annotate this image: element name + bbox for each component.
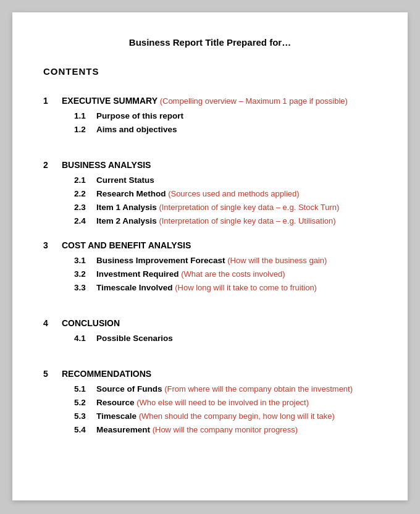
section-title-bold-3: COST AND BENEFIT ANALYSIS bbox=[62, 240, 191, 250]
section-title-bold-2: BUSINESS ANALYSIS bbox=[62, 160, 151, 170]
sub-note-5.2: (Who else will need to be involved in th… bbox=[135, 398, 309, 407]
sub-item-row-5.1: 5.1Source of Funds (From where will the … bbox=[62, 383, 377, 394]
section-title-text-4: CONCLUSION bbox=[62, 318, 120, 329]
section-4: 4CONCLUSION4.1Possible Scenarios bbox=[43, 318, 377, 343]
section-number-2: 2 bbox=[43, 160, 62, 170]
sub-note-2.3: (Interpretation of single key data – e.g… bbox=[157, 203, 340, 212]
section-title-row-3: 3COST AND BENEFIT ANALYSIS bbox=[43, 240, 377, 251]
spacer-after-4 bbox=[43, 357, 377, 368]
sub-title-wrap-1.2: Aims and objectives bbox=[96, 124, 177, 135]
sub-title-5.3: Timescale bbox=[96, 411, 136, 421]
document-page: Business Report Title Prepared for… CONT… bbox=[12, 12, 408, 500]
section-title-row-2: 2BUSINESS ANALYSIS bbox=[43, 159, 377, 171]
section-1: 1EXECUTIVE SUMMARY (Compelling overview … bbox=[43, 95, 377, 135]
sub-item-row-3.1: 3.1Business Improvement Forecast (How wi… bbox=[62, 255, 377, 266]
section-title-text-1: EXECUTIVE SUMMARY (Compelling overview –… bbox=[62, 95, 348, 106]
sub-number-4.1: 4.1 bbox=[74, 334, 96, 343]
sub-number-2.4: 2.4 bbox=[74, 216, 96, 225]
sub-title-2.1: Current Status bbox=[96, 175, 154, 185]
sub-title-2.3: Item 1 Analysis bbox=[96, 203, 157, 212]
sub-title-wrap-1.1: Purpose of this report bbox=[96, 110, 183, 121]
sub-items-1: 1.1Purpose of this report1.2Aims and obj… bbox=[43, 110, 377, 135]
sub-title-wrap-2.4: Item 2 Analysis (Interpretation of singl… bbox=[96, 215, 336, 226]
section-number-4: 4 bbox=[43, 318, 62, 328]
section-number-5: 5 bbox=[43, 369, 62, 379]
sub-item-row-1.1: 1.1Purpose of this report bbox=[62, 110, 377, 121]
sub-title-5.4: Measurement bbox=[96, 425, 150, 434]
section-3: 3COST AND BENEFIT ANALYSIS3.1Business Im… bbox=[43, 240, 377, 293]
sub-items-4: 4.1Possible Scenarios bbox=[43, 332, 377, 343]
section-title-text-5: RECOMMENDATIONS bbox=[62, 368, 151, 379]
sub-title-2.2: Research Method bbox=[96, 189, 166, 198]
sub-item-row-2.3: 2.3Item 1 Analysis (Interpretation of si… bbox=[62, 201, 377, 213]
sub-note-5.3: (When should the company begin, how long… bbox=[136, 411, 335, 421]
sub-title-wrap-3.1: Business Improvement Forecast (How will … bbox=[96, 255, 327, 266]
document-title: Business Report Title Prepared for… bbox=[43, 37, 377, 48]
sub-title-5.2: Resource bbox=[96, 398, 135, 407]
sub-item-row-5.3: 5.3Timescale (When should the company be… bbox=[62, 410, 377, 421]
section-number-1: 1 bbox=[43, 96, 62, 106]
sub-number-2.2: 2.2 bbox=[74, 189, 96, 198]
sub-number-2.1: 2.1 bbox=[74, 175, 96, 185]
section-2: 2BUSINESS ANALYSIS2.1Current Status2.2Re… bbox=[43, 159, 377, 226]
sub-note-3.1: (How will the business gain) bbox=[225, 256, 327, 265]
sub-number-5.2: 5.2 bbox=[74, 398, 96, 407]
sub-title-wrap-4.1: Possible Scenarios bbox=[96, 332, 173, 343]
sub-number-3.1: 3.1 bbox=[74, 256, 96, 265]
sub-note-5.4: (How will the company monitor progress) bbox=[150, 425, 298, 434]
section-note-1: (Compelling overview – Maximum 1 page if… bbox=[158, 96, 348, 106]
sub-title-wrap-2.3: Item 1 Analysis (Interpretation of singl… bbox=[96, 201, 339, 213]
sub-number-5.3: 5.3 bbox=[74, 411, 96, 421]
sub-number-5.1: 5.1 bbox=[74, 384, 96, 394]
sub-title-wrap-3.2: Investment Required (What are the costs … bbox=[96, 268, 285, 279]
sub-title-wrap-5.2: Resource (Who else will need to be invol… bbox=[96, 397, 309, 408]
sub-item-row-5.2: 5.2Resource (Who else will need to be in… bbox=[62, 397, 377, 408]
sub-title-3.1: Business Improvement Forecast bbox=[96, 256, 225, 265]
sub-title-4.1: Possible Scenarios bbox=[96, 334, 173, 343]
sub-item-row-3.2: 3.2Investment Required (What are the cos… bbox=[62, 268, 377, 279]
sub-title-wrap-2.2: Research Method (Sources used and method… bbox=[96, 188, 300, 199]
sub-item-row-2.4: 2.4Item 2 Analysis (Interpretation of si… bbox=[62, 215, 377, 226]
sub-title-3.2: Investment Required bbox=[96, 269, 179, 279]
section-title-bold-1: EXECUTIVE SUMMARY bbox=[62, 96, 158, 106]
section-title-row-1: 1EXECUTIVE SUMMARY (Compelling overview … bbox=[43, 95, 377, 106]
sub-title-wrap-5.3: Timescale (When should the company begin… bbox=[96, 410, 335, 421]
sub-item-row-2.2: 2.2Research Method (Sources used and met… bbox=[62, 188, 377, 199]
section-title-text-2: BUSINESS ANALYSIS bbox=[62, 159, 151, 171]
sub-number-5.4: 5.4 bbox=[74, 425, 96, 434]
sub-note-2.2: (Sources used and methods applied) bbox=[166, 189, 300, 198]
sub-item-row-4.1: 4.1Possible Scenarios bbox=[62, 332, 377, 343]
sub-note-3.2: (What are the costs involved) bbox=[179, 269, 285, 279]
sub-number-2.3: 2.3 bbox=[74, 203, 96, 212]
section-number-3: 3 bbox=[43, 240, 62, 250]
section-5: 5RECOMMENDATIONS5.1Source of Funds (From… bbox=[43, 368, 377, 435]
sub-number-3.2: 3.2 bbox=[74, 269, 96, 279]
spacer-after-3 bbox=[43, 306, 377, 318]
section-title-row-4: 4CONCLUSION bbox=[43, 318, 377, 329]
section-title-text-3: COST AND BENEFIT ANALYSIS bbox=[62, 240, 191, 251]
sub-note-3.3: (How long will it take to come to fruiti… bbox=[173, 283, 317, 292]
sub-number-3.3: 3.3 bbox=[74, 283, 96, 292]
sub-note-5.1: (From where will the company obtain the … bbox=[162, 384, 353, 394]
sub-title-1.1: Purpose of this report bbox=[96, 111, 183, 120]
sub-item-row-5.4: 5.4Measurement (How will the company mon… bbox=[62, 424, 377, 435]
sub-item-row-2.1: 2.1Current Status bbox=[62, 174, 377, 185]
section-title-row-5: 5RECOMMENDATIONS bbox=[43, 368, 377, 379]
sub-title-wrap-2.1: Current Status bbox=[96, 174, 154, 185]
sub-number-1.1: 1.1 bbox=[74, 111, 96, 120]
sub-items-5: 5.1Source of Funds (From where will the … bbox=[43, 383, 377, 435]
sub-items-2: 2.1Current Status2.2Research Method (Sou… bbox=[43, 174, 377, 226]
sub-title-wrap-5.4: Measurement (How will the company monito… bbox=[96, 424, 298, 435]
contents-header: CONTENTS bbox=[43, 66, 377, 77]
sub-title-1.2: Aims and objectives bbox=[96, 125, 177, 134]
sub-note-2.4: (Interpretation of single key data – e.g… bbox=[157, 216, 336, 225]
spacer-after-1 bbox=[43, 148, 377, 159]
section-title-bold-5: RECOMMENDATIONS bbox=[62, 369, 151, 379]
sub-number-1.2: 1.2 bbox=[74, 125, 96, 134]
sub-title-5.1: Source of Funds bbox=[96, 384, 162, 394]
sub-title-3.3: Timescale Involved bbox=[96, 283, 173, 292]
sub-title-wrap-5.1: Source of Funds (From where will the com… bbox=[96, 383, 353, 394]
sub-item-row-1.2: 1.2Aims and objectives bbox=[62, 124, 377, 135]
sub-items-3: 3.1Business Improvement Forecast (How wi… bbox=[43, 255, 377, 293]
sub-item-row-3.3: 3.3Timescale Involved (How long will it … bbox=[62, 282, 377, 293]
